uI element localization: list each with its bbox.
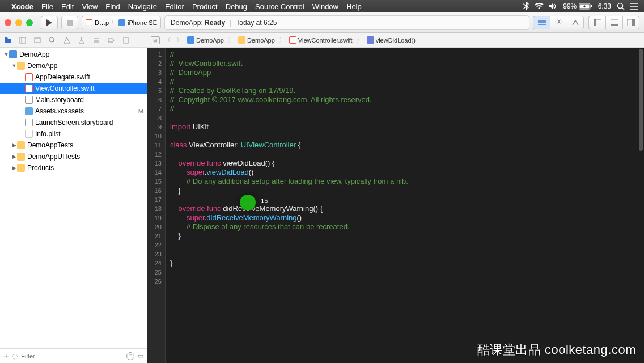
file-label: DemoApp [19,50,143,58]
navigator-tab-bar [0,33,147,47]
menu-source-control[interactable]: Source Control [255,2,304,11]
wifi-icon[interactable] [535,3,544,10]
jump-bar: ⊞ 〈 〉 DemoApp 〉 DemoApp 〉 ViewController… [147,36,644,44]
svg-point-12 [556,20,559,23]
svg-rect-22 [35,38,40,43]
file-label: DemoApp [27,62,143,70]
assistant-editor-button[interactable] [550,16,567,29]
related-items-button[interactable]: ⊞ [151,36,160,44]
toggle-debug-area-button[interactable] [605,16,622,29]
menu-view[interactable]: View [82,2,98,11]
svg-rect-28 [124,37,128,43]
toggle-utilities-button[interactable] [622,16,639,29]
run-button[interactable] [41,16,58,29]
scheme-app-icon [86,19,92,26]
debug-navigator-tab[interactable] [92,36,101,45]
volume-icon[interactable] [549,3,557,10]
issue-navigator-tab[interactable] [62,36,71,45]
svg-rect-17 [611,24,618,26]
editor-mode-group [533,16,584,29]
tree-row[interactable]: LaunchScreen.storyboard [0,117,147,128]
notification-center-icon[interactable] [630,3,638,10]
tree-row[interactable]: ▶Products [0,162,147,174]
tree-row[interactable]: Info.plist [0,128,147,140]
svg-point-23 [49,37,54,42]
file-icon [25,107,33,115]
menu-navigate[interactable]: Navigate [128,2,157,11]
menu-window[interactable]: Window [312,2,338,11]
clock[interactable]: 6:33 [598,2,611,10]
symbol-navigator-tab[interactable] [33,36,42,45]
menu-file[interactable]: File [41,2,53,11]
status-time: Today at 6:25 [236,19,277,27]
code-area[interactable]: //// ViewController.swift// DemoApp//// … [166,48,644,363]
scheme-selector[interactable]: D…p 〉 iPhone SE [82,16,161,29]
cursor-indicator [240,195,256,210]
activity-viewer: DemoApp: Ready | Today at 6:25 [164,15,529,30]
file-icon [9,50,17,58]
disclosure-triangle[interactable]: ▼ [11,63,17,69]
scm-filter-button[interactable]: ▭ [138,352,143,360]
menu-help[interactable]: Help [346,2,362,11]
app-name[interactable]: Xcode [11,2,33,11]
close-window-button[interactable] [5,19,11,26]
bluetooth-icon[interactable] [523,2,529,10]
jumpbar-file[interactable]: ViewController.swift [289,36,353,44]
line-number-gutter: 1234567891011121314151617181920212223242… [147,48,166,363]
forward-button[interactable]: 〉 [175,36,184,44]
filter-input[interactable] [21,353,123,360]
tree-row[interactable]: ▶DemoAppUITests [0,151,147,162]
battery-status[interactable]: 99% [563,2,592,10]
file-icon [17,153,25,161]
recent-filter-button[interactable]: ⏱ [126,352,134,360]
source-control-navigator-tab[interactable] [18,36,27,45]
spotlight-icon[interactable] [617,2,625,10]
file-icon [25,130,33,138]
source-editor[interactable]: 1234567891011121314151617181920212223242… [147,48,644,363]
jumpbar-project[interactable]: DemoApp [187,36,224,44]
toggle-navigator-button[interactable] [588,16,605,29]
svg-rect-15 [594,19,596,26]
tree-row[interactable]: Main.storyboard [0,94,147,105]
tree-row[interactable]: ViewController.swift [0,83,147,94]
vertical-scrollbar[interactable] [639,49,643,151]
file-label: DemoAppTests [27,141,143,149]
disclosure-triangle[interactable]: ▶ [11,154,17,159]
test-navigator-tab[interactable] [77,36,86,45]
svg-rect-2 [591,5,592,7]
zoom-window-button[interactable] [26,19,33,26]
disclosure-triangle[interactable]: ▼ [3,52,9,57]
file-icon [25,73,33,81]
tree-row[interactable]: ▶DemoAppTests [0,140,147,151]
standard-editor-button[interactable] [533,16,550,29]
disclosure-triangle[interactable]: ▶ [11,165,17,171]
disclosure-triangle[interactable]: ▶ [11,142,17,148]
file-icon [25,96,33,104]
tree-row[interactable]: AppDelegate.swift [0,71,147,83]
stop-button[interactable] [61,16,78,29]
file-icon [17,164,25,172]
project-navigator-tab[interactable] [3,36,12,45]
menu-find[interactable]: Find [105,2,120,11]
jumpbar-symbol[interactable]: viewDidLoad() [367,36,416,44]
macos-menubar: Xcode File Edit View Find Navigate Edito… [0,0,644,12]
tree-row[interactable]: Assets.xcassetsM [0,105,147,117]
cursor-line-label: 15 [261,196,268,205]
minimize-window-button[interactable] [15,19,22,26]
svg-line-4 [622,8,625,10]
report-navigator-tab[interactable] [121,36,130,45]
menu-editor[interactable]: Editor [165,2,184,11]
add-file-button[interactable]: + [3,351,9,361]
menu-product[interactable]: Product [192,2,218,11]
back-button[interactable]: 〈 [163,36,172,44]
find-navigator-tab[interactable] [48,36,57,45]
menu-debug[interactable]: Debug [226,2,247,11]
file-tree[interactable]: ▼DemoApp▼DemoAppAppDelegate.swiftViewCon… [0,48,147,348]
jumpbar-group[interactable]: DemoApp [238,36,275,44]
tree-row[interactable]: ▼DemoApp [0,49,147,60]
breakpoint-navigator-tab[interactable] [107,36,116,45]
menu-edit[interactable]: Edit [61,2,74,11]
tree-row[interactable]: ▼DemoApp [0,60,147,71]
version-editor-button[interactable] [567,16,584,29]
swift-file-icon [289,36,296,44]
